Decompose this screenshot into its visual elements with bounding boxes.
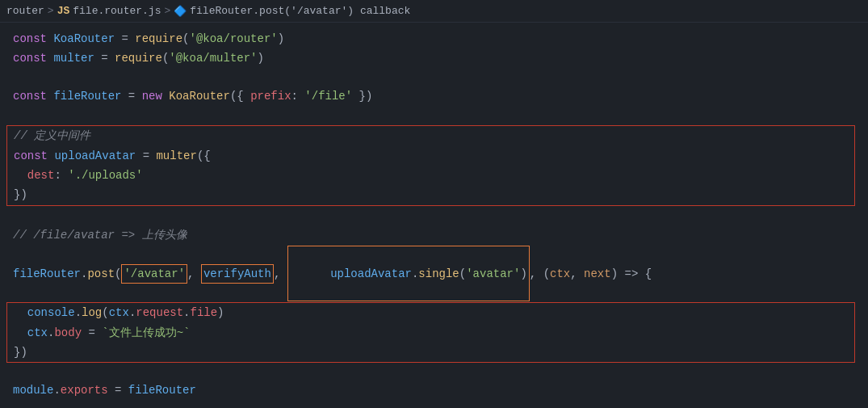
code-line-4: const fileRouter = new KoaRouter({ prefi… (0, 86, 868, 106)
class-koarouter: KoaRouter (169, 87, 230, 105)
code-line-1: const KoaRouter = require('@koa/router') (0, 29, 868, 48)
code-comment-2: // /file/avatar => 上传头像 (0, 225, 868, 245)
prop-prefix: prefix (250, 87, 291, 105)
fn-require2: require (115, 49, 162, 67)
breadcrumb-filename: file.router.js (73, 5, 161, 17)
str-koa-router: '@koa/router' (189, 30, 277, 48)
code-line-11 (0, 363, 868, 381)
arg-verifyauth: verifyAuth (201, 264, 274, 284)
code-line-6 (0, 208, 868, 225)
code-editor: const KoaRouter = require('@koa/router')… (0, 23, 868, 407)
breadcrumb-callback: fileRouter.post('/avatar') callback (190, 5, 410, 17)
str-file: '/file' (304, 87, 352, 105)
arg-upload-single: uploadAvatar.single('avatar') (287, 246, 530, 301)
arg-avatar: '/avatar' (121, 264, 187, 284)
breadcrumb: router > JS file.router.js > 🔷 fileRoute… (0, 0, 868, 23)
breadcrumb-sep2: > (164, 5, 170, 17)
fn-require1: require (135, 30, 182, 48)
breadcrumb-sep1: > (48, 5, 54, 17)
keyword-const2: const (13, 49, 47, 67)
breadcrumb-js-badge: JS (57, 5, 70, 17)
str-koa-multer: '@koa/multer' (169, 49, 257, 67)
code-line-dest: dest: './uploads' (7, 166, 854, 185)
code-line-post: fileRouter.post( '/avatar' , verifyAuth … (0, 245, 868, 302)
var-koarouter: KoaRouter (53, 30, 115, 48)
keyword-const: const (13, 30, 47, 48)
highlight-block-2: console.log(ctx.request.file) ctx.body =… (6, 302, 855, 363)
code-line-exports: module.exports = fileRouter (0, 381, 868, 400)
breadcrumb-icon: 🔷 (174, 5, 187, 18)
code-line-close1: }) (7, 185, 854, 204)
code-line-5 (0, 106, 868, 124)
var-filerouter: fileRouter (53, 87, 121, 105)
code-line-2: const multer = require('@koa/multer') (0, 48, 868, 68)
code-line-upload1: const uploadAvatar = multer({ (7, 146, 854, 166)
breadcrumb-router: router (6, 5, 44, 17)
keyword-new: new (142, 87, 162, 105)
var-multer: multer (53, 49, 94, 67)
code-line-3 (0, 69, 868, 86)
code-comment-1: // 定义中间件 (7, 126, 854, 145)
code-line-console: console.log(ctx.request.file) (7, 303, 854, 322)
highlight-block-1: // 定义中间件 const uploadAvatar = multer({ d… (6, 125, 855, 206)
keyword-const3: const (13, 87, 47, 105)
code-line-body: ctx.body = `文件上传成功~` (7, 323, 854, 343)
code-line-end: }) (7, 343, 854, 362)
